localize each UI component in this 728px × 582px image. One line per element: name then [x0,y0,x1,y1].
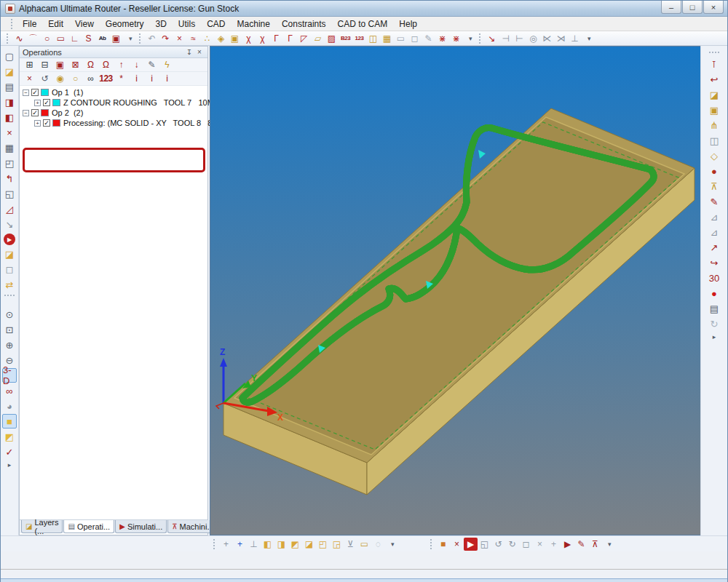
chamfer-icon[interactable]: ◸ [297,32,311,45]
machine-head-icon[interactable]: ⊼ [707,179,721,194]
draft-shade-icon[interactable]: ◩ [2,429,17,444]
new-document-icon[interactable]: ▢ [2,49,17,63]
tab-simulation[interactable]: ▶ Simulati... [115,520,167,533]
open-nc-icon[interactable]: ◨ [2,95,17,109]
record-icon[interactable]: ● [707,286,721,300]
minimize-button[interactable]: – [661,1,681,14]
origin-icon[interactable]: + [547,538,561,551]
menu-item[interactable]: 3D [150,17,173,31]
snap-options-icon[interactable]: ↘ [485,32,499,45]
paste-special-icon[interactable]: ▣ [228,32,242,45]
axis-z-icon[interactable]: ⊥ [247,538,261,551]
copy-screen-icon[interactable]: ◱ [2,186,17,201]
tab-operations[interactable]: ▤ Operati... [63,520,114,533]
erase-toolpath-icon[interactable]: × [450,538,464,551]
solid-view-icon[interactable]: ■ [2,414,17,428]
rotate-right-icon[interactable]: ↻ [505,538,519,551]
edit-polyline-icon[interactable]: ≈ [186,32,200,45]
hatch-icon[interactable]: ▨ [325,32,339,45]
menu-item[interactable]: File [17,17,42,31]
sim-tool-icon[interactable]: ▶ [561,538,574,551]
edit-disabled-icon[interactable]: ✎ [422,32,435,45]
info-tool-icon[interactable]: i [129,73,144,85]
close-icon[interactable]: × [194,48,205,56]
probe-b-icon[interactable]: ⊿ [707,225,721,239]
probe-a-icon[interactable]: ⊿ [707,210,721,224]
angled-line-icon[interactable]: ∟ [68,32,82,45]
edit-operation-icon[interactable]: ✎ [144,59,159,71]
close-button[interactable]: × [703,1,724,14]
hook-red-icon[interactable]: ↪ [707,255,721,270]
clear-selection-icon[interactable]: × [533,538,547,551]
simulation-more-caret[interactable]: ▾ [608,541,615,548]
sim-paint-icon[interactable]: ✎ [574,538,588,551]
b23-renumber-icon[interactable]: B23 [339,32,352,45]
contour-3d-icon[interactable]: 30 [707,271,721,285]
redo-icon[interactable]: ↷ [159,32,173,45]
menu-item[interactable]: Help [393,17,423,31]
work-plane-icon[interactable]: ▭ [357,538,371,551]
view-right-icon[interactable]: ◪ [302,538,316,551]
menu-item[interactable]: Edit [42,17,69,31]
horizontal-constraint-icon[interactable]: ⊣ [499,32,513,45]
arc-icon[interactable]: ⌒ [26,32,40,45]
remove-operation-icon[interactable]: ⊟ [37,59,52,71]
tool-hook-icon[interactable]: ↩ [707,72,721,87]
renumber-ops-icon[interactable]: Ω [98,59,114,71]
checkbox[interactable]: ✓ [31,89,39,96]
insert-vertex-icon[interactable]: ∴ [200,32,214,45]
checkbox[interactable]: ✓ [43,119,50,127]
transfer-icon[interactable]: ⇄ [2,277,17,292]
offset-icon[interactable]: ▱ [311,32,325,45]
solid-sim-icon[interactable]: ■ [436,538,450,551]
binoculars-icon[interactable]: ∞ [83,73,98,85]
window-new-icon[interactable]: ◻ [2,262,17,276]
renumber-123-icon[interactable]: 123 [352,32,366,45]
prism-icon[interactable]: ◻ [408,32,422,45]
import-icon[interactable]: ↰ [2,171,17,186]
edit-note-icon[interactable]: ✎ [707,194,721,209]
rotate-left-icon[interactable]: ↺ [491,538,505,551]
expander-icon[interactable]: − [23,110,29,116]
measure-icon[interactable]: ↘ [2,217,17,231]
view-glasses-icon[interactable]: ∞ [2,383,17,398]
geometry-more-caret[interactable]: ▾ [129,35,136,42]
open-file-icon[interactable]: ◪ [2,64,17,79]
regen-disabled-icon[interactable]: ↻ [707,316,721,331]
folder-export-icon[interactable]: ◪ [707,87,721,102]
restore-window-icon[interactable]: ◱ [478,538,491,551]
ghost-view-icon[interactable]: ◌ [371,538,385,551]
move-up-icon[interactable]: ↑ [114,59,129,71]
apply-lightning-icon[interactable]: ϟ [159,59,175,71]
corner-sharp-icon[interactable]: Γ [269,32,283,45]
save-nc-icon[interactable]: ◧ [2,110,17,124]
print-icon[interactable]: ▦ [2,140,17,155]
zoom-window-icon[interactable]: ⊡ [2,322,17,337]
right-rail-overflow[interactable]: ▸ [713,333,716,340]
array-icon[interactable]: ▦ [380,32,394,45]
view-back-icon[interactable]: ◨ [274,538,288,551]
tool-define-icon[interactable]: ⊺ [707,57,721,71]
viewport-3d[interactable]: Z Y X [210,46,701,535]
sim-machine-icon[interactable]: ⊼ [588,538,602,551]
menu-item[interactable]: Geometry [100,17,150,31]
lock-icon[interactable]: ◉ [52,73,68,85]
perpendicular-constraint-icon[interactable]: ⊥ [568,32,582,45]
info-list-icon[interactable]: i [144,73,159,85]
expander-icon[interactable]: − [23,89,29,96]
bounding-rectangle-icon[interactable]: ▣ [109,32,123,45]
break-options-icon[interactable]: ⋇ [449,32,463,45]
save-icon[interactable]: ▤ [2,79,17,94]
tree-row[interactable]: − ✓ Op 1 (1) [20,87,207,97]
polyline-icon[interactable]: ∿ [12,32,26,45]
axes-color-icon[interactable]: + [233,538,247,551]
menu-item[interactable]: CAD [201,17,231,31]
scatter-icon[interactable]: * [114,73,129,85]
trim-icon[interactable]: χ [242,32,256,45]
op-delete-icon[interactable]: ⊠ [68,59,83,71]
view-front-icon[interactable]: ◧ [261,538,274,551]
tree-row[interactable]: − ✓ Op 2 (2) [20,108,207,118]
renumber-tools-icon[interactable]: Ω [83,59,98,71]
video-icon[interactable]: ▶ [464,538,478,551]
print-preview-icon[interactable]: ◰ [2,156,17,170]
